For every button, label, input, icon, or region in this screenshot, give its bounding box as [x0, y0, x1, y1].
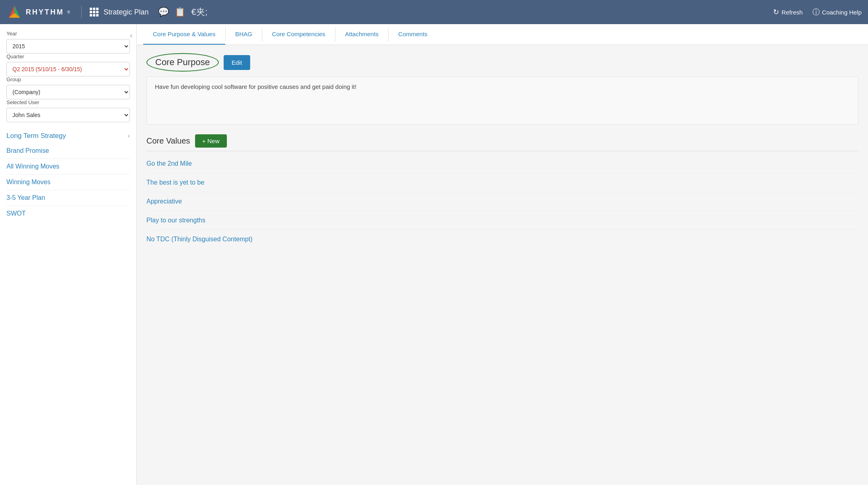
tab-core-competencies[interactable]: Core Competencies: [262, 24, 335, 45]
user-select[interactable]: John Sales: [6, 108, 130, 122]
sidebar-nav-item[interactable]: Winning Moves: [6, 175, 130, 190]
quarter-filter: Quarter Q2 2015 (5/10/15 - 6/30/15): [6, 53, 130, 76]
app-name: RHYTHM: [26, 8, 64, 16]
group-select[interactable]: (Company): [6, 85, 130, 99]
sidebar-nav-item[interactable]: SWOT: [6, 206, 130, 221]
sidebar-collapse-icon[interactable]: ‹: [130, 31, 132, 40]
refresh-icon: ↻: [773, 8, 779, 16]
tab-comments[interactable]: Comments: [389, 24, 437, 45]
user-label: Selected User: [6, 99, 130, 105]
core-purpose-title: Core Purpose: [146, 53, 219, 72]
group-label: Group: [6, 76, 130, 82]
refresh-button[interactable]: ↻ Refresh: [773, 8, 803, 16]
core-values-title: Core Values: [146, 136, 190, 146]
content-panel: Core Purpose Edit Have fun developing co…: [137, 45, 868, 257]
values-list: Go the 2nd MileThe best is yet to beAppr…: [146, 154, 858, 249]
chat-icon[interactable]: 💬: [158, 7, 169, 17]
sidebar-nav-title[interactable]: Long Term Strategy: [6, 132, 66, 140]
year-select[interactable]: 2015: [6, 39, 130, 53]
value-item[interactable]: Appreciative: [146, 192, 858, 211]
year-label: Year: [6, 31, 130, 37]
tabs-bar: Core Purpose & ValuesBHAGCore Competenci…: [137, 24, 868, 45]
quarter-label: Quarter: [6, 53, 130, 60]
coaching-help-button[interactable]: ⓘ Coaching Help: [812, 7, 862, 17]
tab-attachments[interactable]: Attachments: [335, 24, 388, 45]
group-filter: Group (Company): [6, 76, 130, 99]
header-right: ↻ Refresh ⓘ Coaching Help: [773, 7, 862, 17]
header-divider: [81, 6, 82, 18]
tab-bhag[interactable]: BHAG: [226, 24, 262, 45]
clipboard-icon[interactable]: 📋: [175, 7, 185, 17]
value-item[interactable]: The best is yet to be: [146, 173, 858, 192]
value-item[interactable]: No TDC (Thinly Disguised Contempt): [146, 230, 858, 249]
core-purpose-text: Have fun developing cool software for po…: [146, 76, 858, 125]
grid-icon[interactable]: [90, 8, 99, 16]
sidebar-nav-item[interactable]: 3-5 Year Plan: [6, 190, 130, 206]
value-item[interactable]: Go the 2nd Mile: [146, 154, 858, 173]
rhythm-logo: [6, 4, 23, 20]
core-purpose-header: Core Purpose Edit: [146, 53, 858, 72]
nav-title[interactable]: Strategic Plan: [103, 8, 148, 16]
quarter-select[interactable]: Q2 2015 (5/10/15 - 6/30/15): [6, 62, 130, 76]
main-layout: ‹ Year 2015 Quarter Q2 2015 (5/10/15 - 6…: [0, 24, 868, 485]
content-area: Core Purpose & ValuesBHAGCore Competenci…: [137, 24, 868, 485]
paperclip-icon[interactable]: €夹;: [191, 6, 207, 18]
value-item[interactable]: Play to our strengths: [146, 211, 858, 230]
sidebar-nav-item[interactable]: All Winning Moves: [6, 159, 130, 175]
refresh-label: Refresh: [782, 9, 803, 16]
help-icon: ⓘ: [812, 7, 820, 17]
sidebar-nav-chevron[interactable]: ‹: [128, 132, 130, 140]
new-value-button[interactable]: + New: [195, 134, 227, 148]
edit-button[interactable]: Edit: [224, 55, 250, 70]
sidebar: ‹ Year 2015 Quarter Q2 2015 (5/10/15 - 6…: [0, 24, 137, 485]
app-name-reg: ®: [67, 10, 70, 14]
core-values-header: Core Values + New: [146, 134, 858, 151]
header-icons: 💬 📋 €夹;: [158, 6, 207, 18]
coaching-label: Coaching Help: [822, 9, 862, 16]
year-filter: Year 2015: [6, 31, 130, 53]
tab-core-purpose---values[interactable]: Core Purpose & Values: [143, 24, 225, 45]
app-header: RHYTHM ® Strategic Plan 💬 📋 €夹; ↻ Refres…: [0, 0, 868, 24]
logo-area[interactable]: RHYTHM ®: [6, 4, 70, 20]
sidebar-nav: Long Term Strategy ‹ Brand PromiseAll Wi…: [6, 132, 130, 221]
sidebar-nav-items: Brand PromiseAll Winning MovesWinning Mo…: [6, 143, 130, 221]
sidebar-nav-item[interactable]: Brand Promise: [6, 143, 130, 159]
sidebar-nav-header: Long Term Strategy ‹: [6, 132, 130, 140]
user-filter: Selected User John Sales: [6, 99, 130, 122]
